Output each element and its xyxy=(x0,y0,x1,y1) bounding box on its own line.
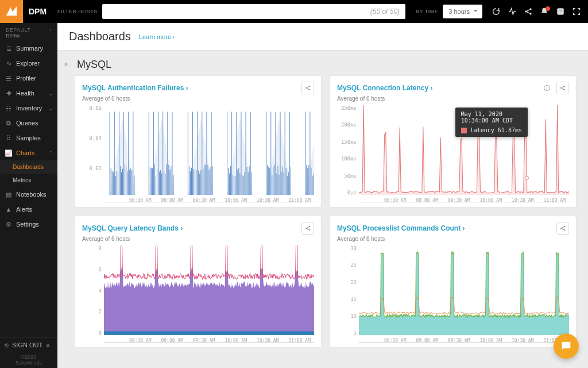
svg-point-146 xyxy=(560,87,562,89)
chart-query-latency-bands[interactable]: 86420 08:30 AM09:00 AM09:30 AM10:00 AM10… xyxy=(82,246,314,343)
page-title: Dashboards xyxy=(69,30,131,43)
card-subtitle: Average of 6 hosts xyxy=(337,236,569,242)
y-axis-labels: 0.060.040.02 xyxy=(82,105,104,202)
svg-point-149 xyxy=(305,228,307,229)
svg-point-154 xyxy=(564,226,565,227)
svg-point-148 xyxy=(564,89,565,90)
card-auth-failures: MySQL Authentication Failures Average of… xyxy=(75,75,322,208)
help-icon[interactable]: ? xyxy=(554,5,567,18)
activity-icon[interactable] xyxy=(505,5,519,18)
chat-icon xyxy=(560,340,572,352)
queries-icon: ⧉ xyxy=(5,119,13,127)
chevron-up-icon: ⌃ xyxy=(48,150,53,156)
svg-point-2 xyxy=(530,13,532,15)
sidebar-item-charts[interactable]: 📈Charts⌃ xyxy=(0,145,57,160)
card-subtitle: Average of 6 hosts xyxy=(337,95,569,102)
x-axis-labels: 08:30 AM09:00 AM09:30 AM10:00 AM10:30 AM… xyxy=(126,198,314,203)
chevron-down-icon: ⌄ xyxy=(48,90,53,97)
health-icon: ✚ xyxy=(5,89,13,97)
card-title[interactable]: MySQL Processlist Commands Count xyxy=(337,224,465,232)
x-axis-labels: 08:30 AM09:00 AM09:30 AM10:00 AM10:30 AM… xyxy=(381,198,569,203)
sidebar-subitem-dashboards[interactable]: Dashboards xyxy=(0,160,57,174)
svg-point-0 xyxy=(525,11,527,13)
notification-badge xyxy=(546,6,550,11)
chart-processlist-commands[interactable]: 30252015105 08:30 AM09:00 AM09:30 AM10:0… xyxy=(337,246,569,343)
x-axis-labels: 08:30 AM09:00 AM09:30 AM10:00 AM10:30 AM… xyxy=(126,338,314,343)
signout-icon: ⎋ xyxy=(5,342,9,348)
sidebar-item-settings[interactable]: ⚙Settings xyxy=(0,217,57,232)
share-icon[interactable] xyxy=(521,5,535,18)
sidebar-item-samples[interactable]: ⠿Samples xyxy=(0,131,57,145)
share-chart-icon[interactable] xyxy=(301,82,314,94)
sign-out-button[interactable]: ⎋SIGN OUT« xyxy=(0,338,57,352)
gear-icon: ⚙ xyxy=(5,220,13,228)
share-chart-icon[interactable] xyxy=(301,222,314,235)
pulse-icon: ∿ xyxy=(5,59,13,67)
list-icon: ≣ xyxy=(5,44,13,52)
time-range-select[interactable]: 3 hours xyxy=(443,5,482,18)
sidebar-item-notebooks[interactable]: ▤Notebooks xyxy=(0,187,57,202)
y-axis-labels: 30252015105 xyxy=(337,246,359,343)
hover-marker xyxy=(525,176,529,180)
chart-tooltip: May 11, 2020 10:34:00 AM CDT latency61.8… xyxy=(455,108,528,137)
share-chart-icon[interactable] xyxy=(556,222,569,235)
svg-text:?: ? xyxy=(559,9,562,14)
learn-more-link[interactable]: Learn more › xyxy=(139,33,175,40)
fullscreen-icon[interactable] xyxy=(570,5,583,18)
copyright: ©2020 SolarWinds xyxy=(0,352,57,368)
sidebar-item-profiler[interactable]: ☰Profiler xyxy=(0,71,57,86)
chart-connection-latency[interactable]: 250ms200ms150ms100ms50ms0µs May 11, 2020… xyxy=(337,105,569,202)
sidebar-subitem-metrics[interactable]: Metrics xyxy=(0,174,57,187)
sidebar-item-explorer[interactable]: ∿Explorer xyxy=(0,56,57,71)
dashboard-grid: MySQL Authentication Failures Average of… xyxy=(75,75,588,348)
page-header: Dashboards Learn more › xyxy=(57,23,588,51)
svg-point-151 xyxy=(309,229,310,231)
sidebar-item-inventory[interactable]: ☷Inventory⌄ xyxy=(0,101,57,116)
share-chart-icon[interactable] xyxy=(556,82,569,94)
card-query-latency-bands: MySQL Query Latency Bands Average of 6 h… xyxy=(75,216,322,348)
y-axis-labels: 250ms200ms150ms100ms50ms0µs xyxy=(337,105,359,202)
expand-column: » xyxy=(57,51,75,368)
sidebar: DEFAULT › Demo ≣Summary ∿Explorer ☰Profi… xyxy=(0,23,57,368)
bars-icon: ☰ xyxy=(5,74,13,82)
section-title: MySQL xyxy=(75,51,588,75)
card-title[interactable]: MySQL Query Latency Bands xyxy=(82,224,183,232)
chart-auth-failures[interactable]: 0.060.040.02 08:30 AM09:00 AM09:30 AM10:… xyxy=(82,105,314,202)
svg-point-147 xyxy=(564,86,565,87)
expand-panel-icon[interactable]: » xyxy=(64,60,68,368)
sidebar-env-label[interactable]: DEFAULT › xyxy=(0,23,57,33)
svg-point-1 xyxy=(530,9,532,10)
card-connection-latency: MySQL Connection Latency ⓘ Average of 6 … xyxy=(330,75,577,208)
filter-hosts-input[interactable] xyxy=(102,4,405,19)
card-subtitle: Average of 6 hosts xyxy=(82,95,314,102)
info-chart-icon[interactable]: ⓘ xyxy=(540,82,553,94)
card-title[interactable]: MySQL Connection Latency xyxy=(337,84,432,92)
sidebar-env-value: Demo xyxy=(0,33,57,41)
main: Dashboards Learn more › » MySQL MySQL Au… xyxy=(57,23,588,368)
sidebar-item-alerts[interactable]: ▲Alerts xyxy=(0,202,57,217)
samples-icon: ⠿ xyxy=(5,134,13,142)
sidebar-item-queries[interactable]: ⧉Queries xyxy=(0,116,57,131)
refresh-icon[interactable] xyxy=(489,5,503,18)
alerts-icon: ▲ xyxy=(5,205,13,213)
notifications-icon[interactable] xyxy=(537,5,551,18)
card-title[interactable]: MySQL Authentication Failures xyxy=(82,84,188,92)
chevron-right-icon: › xyxy=(49,26,52,33)
brand-logo[interactable] xyxy=(0,0,23,23)
svg-point-6 xyxy=(309,86,310,87)
collapse-icon[interactable]: « xyxy=(46,342,49,348)
inventory-icon: ☷ xyxy=(5,104,13,112)
chat-launcher[interactable] xyxy=(554,334,579,359)
chevron-down-icon: ⌄ xyxy=(48,105,53,112)
sidebar-item-health[interactable]: ✚Health⌄ xyxy=(0,86,57,101)
series-swatch xyxy=(461,128,467,133)
svg-point-150 xyxy=(309,226,310,227)
sidebar-item-summary[interactable]: ≣Summary xyxy=(0,41,57,56)
svg-point-7 xyxy=(309,89,310,90)
svg-point-5 xyxy=(305,87,307,89)
time-range-value: 3 hours xyxy=(448,8,470,15)
solarwinds-icon xyxy=(5,5,18,18)
topbar-actions: ? xyxy=(489,5,583,18)
svg-rect-152 xyxy=(104,331,314,335)
bytime-label: BY TIME xyxy=(416,9,438,14)
